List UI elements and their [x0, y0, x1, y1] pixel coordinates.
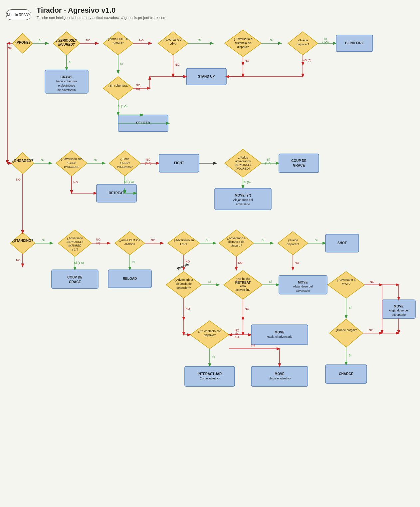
interactuar-box [185, 366, 235, 386]
crawl-label1: CRAWL [61, 75, 73, 79]
label-no-contacto: NO [235, 329, 239, 332]
todos-seriously-label4: INJURED? [236, 167, 250, 170]
stand-up-label: STAND UP [198, 75, 215, 78]
adv-serious-1in-label3: INJURED [68, 244, 82, 247]
adv-serious-1in-label4: a 1"? [72, 248, 79, 251]
adversario-dist1-label1: ¿Adversario a [234, 37, 252, 41]
label-56-contacto: 5-6 [251, 344, 255, 347]
label-no-dist2: NO [238, 261, 243, 264]
label-si-det: Sí [208, 280, 211, 283]
label-d6-contacto: d6 [235, 332, 239, 335]
adversario-flesh-label1: ¿Adversario con [61, 157, 83, 161]
blind-fire-label: BLIND FIRE [345, 41, 364, 45]
crawl-label3: o alejándose [58, 84, 75, 87]
label-15-todos: (1-5) [265, 162, 271, 165]
tiene-flesh-label3: WOUNDS? [117, 165, 132, 169]
label-no-standing: NO [16, 258, 21, 262]
puede-disparar2-label2: disparar? [287, 243, 299, 246]
en-contacto-label2: objetivo? [204, 333, 216, 337]
label-no-aflesh: NO [73, 181, 78, 184]
label-no-tiene: NO [146, 158, 150, 161]
adversario-dist1-label2: distancia de [235, 41, 251, 45]
label-no-cargar: NO [369, 328, 373, 332]
todos-seriously-label2: adversarios [235, 160, 251, 163]
puede-cargar-diamond [329, 319, 363, 347]
flowchart: ¿PRONE? Sí ¿SERIOUSLY INJURED? NO ¿Arma … [0, 0, 420, 507]
standing-diamond [10, 233, 35, 254]
ha-hecho-retreat-label4: activación? [235, 288, 250, 291]
adversario-flesh-label3: WOUNDS? [64, 165, 79, 169]
label-si-ldv2: Sí [206, 239, 209, 242]
label-si-crawl: Sí [69, 61, 72, 64]
todos-seriously-label1: ¿Todos [238, 156, 248, 159]
move2in-label2: Alejándose del [233, 198, 253, 202]
adv-serious-1in-label2: SERIOUSLY [67, 240, 84, 244]
label-no-dis2: NO [295, 261, 299, 264]
label-si-hahecho: Sí [269, 280, 272, 283]
label-si-contacto: Sí [212, 355, 215, 359]
label-no-advseri: NO [96, 238, 101, 241]
adv-serious-1in-label1: ¿Adversario [67, 237, 83, 240]
todos-seriously-label3: SERIOUSLY [235, 163, 252, 167]
move-hacia-adv-label1: MOVE [275, 330, 285, 334]
move-alejandose2-label3: adversario [392, 313, 406, 316]
label-si-cargar: Sí [349, 354, 352, 357]
label-15: (1-5) [322, 41, 328, 44]
label-si15-advseri: Sí (1-5) [74, 261, 84, 264]
label-si-arma2: Sí [132, 260, 135, 264]
adversario-ldv1-label2: LdV? [169, 42, 176, 45]
label-14-contacto: 1-4 [235, 335, 239, 339]
interactuar-label1: INTERACTUAR [198, 372, 222, 376]
crawl-label2: hacia cobertura [56, 80, 77, 83]
page-container: Modelo READY Tirador - Agresivo v1.0 Tir… [0, 0, 420, 507]
label-si-dis2: Sí [315, 239, 318, 242]
move-hacia-obj-label2: Hacia el objetivo [269, 377, 291, 380]
label-si-ldv1: Sí [198, 39, 201, 42]
label-no-dist1: NO [245, 59, 249, 62]
label-si-arma: Sí [120, 62, 123, 66]
label-56-tiene: (5-6) [145, 162, 151, 165]
tiene-flesh-label1: ¿Tiene [120, 157, 129, 161]
tiene-flesh-label2: FLESH [120, 161, 130, 165]
fight-label: FIGHT [174, 161, 184, 165]
move-alejandose-label3: adversario [296, 289, 310, 292]
seriously-injured-label1: ¿SERIOUSLY [56, 39, 77, 43]
adversario-ldv1-label1: ¿Adversario en [163, 38, 183, 41]
label-si-dist1: Sí [270, 39, 273, 42]
adversario-dist2-label2: distancia de [228, 240, 244, 244]
coup-grace1-label2: GRACE [293, 164, 305, 167]
en-cobertura-diamond [103, 77, 133, 100]
reload2-label: RELOAD [123, 277, 137, 280]
engaged-diamond [11, 153, 34, 174]
adversario-ldv2-label2: LdV? [180, 243, 187, 246]
adversario-ldv2-label1: ¿Adversario en [173, 239, 194, 242]
move-hacia-obj-label1: MOVE [275, 372, 285, 376]
move-hacia-obj-box [251, 366, 308, 386]
label-no-hahecho: NO [245, 307, 249, 310]
label-no-6: NO (6) [303, 59, 312, 62]
label-6-advseri: (6) [97, 242, 100, 245]
label-no-arma2: NO [151, 239, 155, 242]
adversario-det-label2: distancia de [176, 282, 192, 285]
label-si-dist2: Sí [262, 239, 265, 242]
label-no-m2: NO [370, 280, 374, 283]
arma-out-ammo2-label2: AMMO? [124, 243, 135, 246]
shot-label: SHOT [337, 241, 347, 245]
arma-out-ammo1-label2: AMMO? [112, 41, 123, 45]
watermark: genesis [176, 262, 189, 270]
adversario-dist2-label1: ¿Adversario a [227, 237, 246, 240]
label-no-engaged: NO [16, 178, 21, 181]
move2in-label3: adversario [236, 203, 250, 206]
interactuar-label2: Con el objetivo [200, 377, 220, 380]
charge-label: CHARGE [339, 372, 353, 376]
engaged-label1: ¿ENGAGED? [12, 159, 33, 163]
label-si-engaged: Sí [41, 159, 44, 162]
label-si-flesh: Sí [94, 159, 97, 162]
label-si-standing: Sí [42, 239, 45, 242]
adversario-det-label1: ¿Adversario a [174, 278, 193, 281]
label-no-arma: NO [139, 39, 144, 42]
move2in-label1: MOVE (2") [235, 194, 251, 197]
move-hacia-adv-label2: Hacia el adversario [267, 335, 292, 338]
move-alejandose2-label1: MOVE [394, 304, 404, 308]
label-si14-tiene: Sí (1-4) [124, 180, 134, 184]
